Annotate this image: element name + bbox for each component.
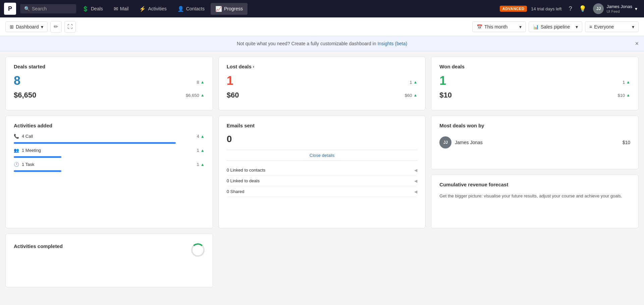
- chevron-right-icon: ◀: [414, 179, 417, 183]
- email-detail-label: 0 Linked to deals: [227, 178, 260, 183]
- nav-right-section: ADVANCED 14 trial days left ? 💡 JJ James…: [500, 2, 640, 15]
- won-deals-value-arrow: [626, 93, 630, 98]
- won-deals-count: 1: [439, 75, 446, 87]
- app-logo: P: [4, 3, 16, 15]
- date-filter-button[interactable]: 📅 This month ▾: [472, 21, 526, 32]
- activity-count: 1: [197, 162, 199, 167]
- activity-type-icon: 🕐: [14, 162, 19, 167]
- deals-started-count-arrow: [201, 80, 205, 84]
- user-amount-label: $10: [623, 140, 630, 145]
- dashboard-button[interactable]: ⊞ Dashboard ▾: [5, 21, 48, 32]
- owner-filter-chevron-icon: ▾: [632, 24, 634, 29]
- nav-item-mail[interactable]: ✉ Mail: [109, 3, 133, 15]
- fullscreen-button[interactable]: ⛶: [64, 21, 76, 33]
- info-banner: Not quite what you need? Create a fully …: [0, 36, 644, 51]
- activities-icon: ⚡: [139, 6, 146, 12]
- avatar: JJ: [593, 3, 604, 14]
- activity-label-text: 1 Task: [22, 162, 34, 167]
- activity-item: 📞 4 Call 4: [14, 134, 205, 139]
- activity-count: 4: [197, 134, 199, 139]
- user-chevron-icon: ▾: [635, 6, 637, 11]
- user-subtitle: UI Feed: [606, 9, 632, 13]
- activity-arrow-icon: [201, 162, 205, 167]
- activity-progress-bar: [14, 170, 61, 172]
- user-avatar: JJ: [439, 136, 451, 148]
- nav-label-contacts: Contacts: [186, 6, 205, 11]
- trial-text: 14 trial days left: [531, 6, 561, 11]
- activity-label: 🕐 1 Task: [14, 162, 34, 167]
- top-navigation: P 🔍 💲 Deals ✉ Mail ⚡ Activities 👤 Contac…: [0, 0, 644, 17]
- activity-arrow-icon: [201, 148, 205, 153]
- lost-deals-link[interactable]: Lost deals ›: [227, 64, 254, 69]
- deals-started-count-stat: 8: [197, 80, 205, 85]
- deals-started-value: $6,650: [14, 91, 36, 100]
- activity-count: 1: [197, 148, 199, 153]
- owner-filter-button[interactable]: ≡ Everyone ▾: [585, 21, 639, 32]
- won-deals-count-stat: 1: [623, 80, 630, 85]
- activities-completed-title: Activities completed: [14, 243, 63, 249]
- email-detail-item: 0 Linked to contacts ◀: [227, 165, 418, 176]
- user-menu[interactable]: JJ James Jonas UI Feed ▾: [590, 2, 640, 15]
- activity-stat: 4: [197, 134, 205, 139]
- pipeline-filter-chevron-icon: ▾: [576, 24, 578, 29]
- user-name-label: James Jonas: [455, 140, 619, 145]
- lost-deals-value-arrow: [413, 93, 417, 98]
- date-filter-inner: 📅 This month: [477, 24, 507, 29]
- calendar-icon: 📅: [477, 24, 482, 29]
- banner-text: Not quite what you need? Create a fully …: [237, 41, 376, 46]
- email-detail-item: 0 Shared ◀: [227, 186, 418, 197]
- toolbar: ⊞ Dashboard ▾ ✏ ⛶ 📅 This month ▾ 📊 Sales…: [0, 17, 644, 36]
- advanced-badge: ADVANCED: [500, 6, 527, 12]
- deals-started-title: Deals started: [14, 64, 205, 69]
- banner-close-button[interactable]: ×: [635, 40, 639, 47]
- activity-type-icon: 📞: [14, 134, 19, 139]
- toolbar-left: ⊞ Dashboard ▾ ✏ ⛶: [5, 21, 76, 33]
- emails-count: 0: [227, 134, 418, 144]
- activities-completed-card: Activities completed: [5, 234, 213, 287]
- won-deals-title: Won deals: [439, 64, 630, 69]
- won-deals-value-stat: $10: [618, 93, 630, 98]
- chevron-right-icon: ›: [253, 64, 254, 69]
- won-deals-count-arrow: [626, 80, 630, 84]
- activity-progress-bar: [14, 142, 176, 144]
- nav-item-deals[interactable]: 💲 Deals: [77, 3, 108, 15]
- nav-item-contacts[interactable]: 👤 Contacts: [173, 3, 209, 15]
- cumulative-forecast-title: Cumulative revenue forecast: [439, 182, 630, 187]
- activity-arrow-icon: [201, 134, 205, 139]
- chevron-right-icon: ◀: [414, 189, 417, 194]
- owner-filter-label: Everyone: [594, 24, 614, 29]
- lost-deals-count-stat: 1: [410, 80, 417, 85]
- cumulative-forecast-description: Get the bigger picture: visualise your f…: [439, 193, 630, 200]
- user-info: James Jonas UI Feed: [606, 4, 632, 13]
- toolbar-right: 📅 This month ▾ 📊 Sales pipeline ▾ ≡ Ever…: [472, 21, 639, 32]
- nav-label-progress: Progress: [224, 6, 243, 11]
- deals-started-value-stat: $6,650: [186, 93, 205, 98]
- email-detail-item: 0 Linked to deals ◀: [227, 176, 418, 186]
- search-input[interactable]: [32, 6, 72, 11]
- lost-deals-count: 1: [227, 75, 233, 87]
- nav-item-activities[interactable]: ⚡ Activities: [135, 3, 171, 15]
- deals-started-count-row: 8 8: [14, 75, 205, 89]
- deals-started-count: 8: [14, 75, 20, 87]
- edit-button[interactable]: ✏: [50, 21, 62, 33]
- search-bar[interactable]: 🔍: [20, 4, 76, 13]
- insights-link[interactable]: Insights (beta): [377, 41, 407, 46]
- pipeline-filter-button[interactable]: 📊 Sales pipeline ▾: [529, 21, 582, 32]
- spinner-container: [191, 241, 205, 257]
- nav-item-progress[interactable]: 📈 Progress: [211, 3, 248, 15]
- email-detail-label: 0 Shared: [227, 189, 245, 194]
- fullscreen-icon: ⛶: [67, 24, 73, 30]
- close-details-button[interactable]: Close details: [227, 150, 418, 161]
- activities-added-card: Activities added 📞 4 Call 4 👥 1 Meeting …: [5, 116, 213, 228]
- lightbulb-icon[interactable]: 💡: [579, 5, 586, 12]
- activity-label: 📞 4 Call: [14, 134, 33, 139]
- filter-icon: ≡: [589, 24, 592, 29]
- cumulative-forecast-card: Cumulative revenue forecast Get the bigg…: [431, 175, 639, 228]
- activity-label: 👥 1 Meeting: [14, 148, 41, 153]
- deals-started-value-row: $6,650 $6,650: [14, 91, 205, 100]
- nav-label-activities: Activities: [148, 6, 166, 11]
- activity-item: 👥 1 Meeting 1: [14, 148, 205, 153]
- pipeline-icon: 📊: [533, 24, 539, 29]
- date-filter-chevron-icon: ▾: [519, 24, 522, 29]
- help-icon[interactable]: ?: [566, 5, 575, 12]
